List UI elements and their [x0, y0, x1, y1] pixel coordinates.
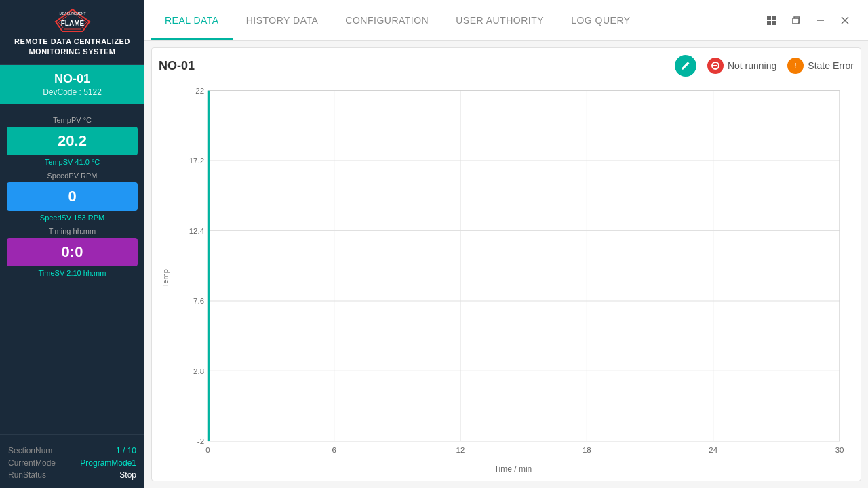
y-axis-label: Temp — [159, 83, 172, 474]
not-running-dot — [707, 58, 724, 74]
nav-real-data[interactable]: REAL DATA — [151, 0, 233, 40]
state-error-dot: ! — [787, 58, 804, 74]
run-status-row: RunStatus Stop — [8, 470, 136, 480]
chart-container: NO-01 Not running ! — [151, 47, 861, 481]
svg-text:FLAME: FLAME — [60, 20, 84, 27]
close-button[interactable] — [835, 11, 854, 30]
section-num-label: SectionNum — [8, 446, 52, 455]
current-mode-label: CurrentMode — [8, 458, 56, 468]
not-running-status: Not running — [707, 58, 776, 74]
tile-button[interactable] — [762, 11, 781, 30]
sidebar: FLAME MEASUREMENT REMOTE DATA CENTRALIZE… — [0, 0, 144, 488]
speed-pv-label: SpeedPV RPM — [7, 171, 138, 180]
x-axis-label: Time / min — [172, 463, 854, 474]
device-name: NO-01 — [7, 72, 138, 86]
svg-text:!: ! — [795, 62, 797, 70]
chart-header: NO-01 Not running ! — [159, 55, 854, 77]
not-running-label: Not running — [728, 60, 776, 71]
top-nav: REAL DATA HISTORY DATA CONFIGURATION USE… — [144, 0, 868, 41]
divider — [0, 434, 144, 435]
temp-pv-label: TempPV °C — [7, 116, 138, 124]
svg-rect-7 — [772, 21, 776, 25]
svg-text:22: 22 — [195, 86, 204, 95]
speed-sv-label: SpeedSV 153 RPM — [7, 214, 138, 222]
state-error-label: State Error — [808, 60, 854, 71]
svg-text:0: 0 — [205, 445, 210, 454]
timing-value: 0:0 — [7, 238, 138, 266]
nav-user-authority[interactable]: USER AUTHORITY — [442, 0, 557, 40]
svg-rect-6 — [767, 21, 771, 25]
metrics-section: TempPV °C 20.2 TempSV 41.0 °C SpeedPV RP… — [0, 104, 144, 429]
app-title: REMOTE DATA CENTRALIZED MONITORING SYSTE… — [7, 37, 138, 58]
edit-button[interactable] — [675, 55, 696, 77]
restore-button[interactable] — [787, 11, 806, 30]
run-status-label: RunStatus — [8, 470, 46, 480]
section-num-value: 1 / 10 — [116, 446, 136, 455]
svg-text:18: 18 — [583, 445, 591, 454]
nav-history-data[interactable]: HISTORY DATA — [233, 0, 332, 40]
svg-text:2.8: 2.8 — [193, 366, 204, 375]
sidebar-logo: FLAME MEASUREMENT REMOTE DATA CENTRALIZE… — [0, 0, 144, 65]
svg-rect-8 — [793, 18, 799, 24]
window-controls — [755, 0, 861, 40]
chart-title: NO-01 — [159, 59, 675, 73]
svg-text:6: 6 — [332, 445, 336, 454]
svg-rect-5 — [772, 16, 776, 20]
svg-text:24: 24 — [709, 445, 717, 454]
current-mode-row: CurrentMode ProgramMode1 — [8, 458, 136, 468]
svg-text:-2: -2 — [197, 436, 204, 445]
svg-text:30: 30 — [835, 445, 844, 454]
svg-rect-39 — [208, 91, 840, 441]
main-content: REAL DATA HISTORY DATA CONFIGURATION USE… — [144, 0, 868, 488]
temp-sv-label: TempSV 41.0 °C — [7, 158, 138, 166]
svg-text:12.4: 12.4 — [189, 226, 205, 235]
nav-configuration[interactable]: CONFIGURATION — [332, 0, 442, 40]
time-sv-label: TimeSV 2:10 hh:mm — [7, 269, 138, 277]
device-section: NO-01 DevCode : 5122 — [0, 65, 144, 104]
svg-text:MEASUREMENT: MEASUREMENT — [59, 12, 85, 16]
timing-label: Timing hh:mm — [7, 227, 138, 235]
bottom-info: SectionNum 1 / 10 CurrentMode ProgramMod… — [0, 441, 144, 488]
section-num-row: SectionNum 1 / 10 — [8, 446, 136, 455]
temp-pv-value: 20.2 — [7, 127, 138, 155]
svg-rect-4 — [767, 16, 771, 20]
nav-log-query[interactable]: LOG QUERY — [557, 0, 644, 40]
svg-text:7.6: 7.6 — [193, 296, 204, 305]
minimize-button[interactable] — [811, 11, 830, 30]
speed-pv-value: 0 — [7, 182, 138, 211]
current-mode-value: ProgramMode1 — [80, 458, 136, 468]
run-status-value: Stop — [119, 470, 136, 480]
svg-text:17.2: 17.2 — [189, 156, 204, 165]
chart-svg-wrapper: Temp 2217.212.47.62.8-20612182430 Time /… — [159, 83, 854, 474]
device-code: DevCode : 5122 — [7, 87, 138, 97]
state-error-status: ! State Error — [787, 58, 854, 74]
chart-svg: 2217.212.47.62.8-20612182430 — [172, 83, 854, 463]
svg-text:12: 12 — [456, 445, 465, 454]
chart-inner: 2217.212.47.62.8-20612182430 Time / min — [172, 83, 854, 474]
logo-icon: FLAME MEASUREMENT — [49, 7, 96, 34]
chart-actions: Not running ! State Error — [675, 55, 854, 77]
